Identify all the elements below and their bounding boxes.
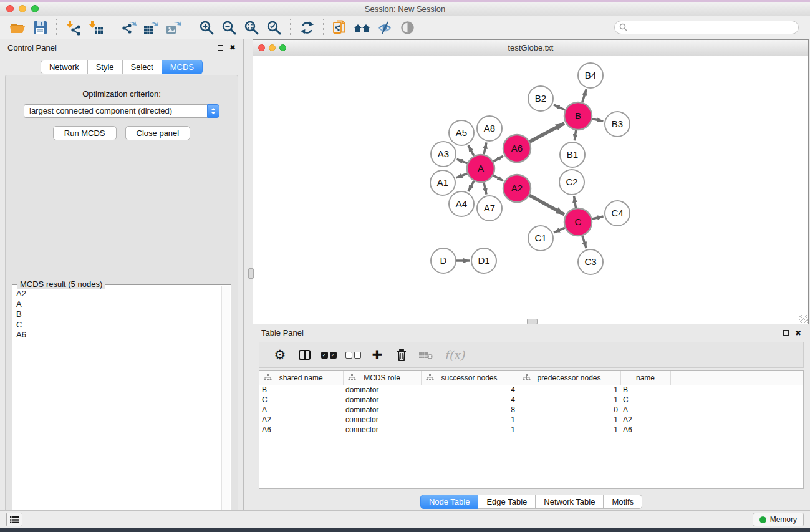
- tab-motifs[interactable]: Motifs: [604, 495, 642, 509]
- column-header-predecessor-nodes[interactable]: predecessor nodes: [518, 371, 620, 385]
- graph-node-label-D: D: [440, 255, 447, 266]
- mcds-result-item[interactable]: A: [16, 299, 218, 310]
- graph-node-label-C: C: [575, 216, 582, 227]
- table-row[interactable]: Adominator 80 A: [259, 405, 803, 415]
- show-eye-button[interactable]: [397, 18, 417, 37]
- graph-edge-A-A8[interactable]: [484, 142, 486, 154]
- tab-network-table[interactable]: Network Table: [536, 495, 604, 509]
- column-header-name[interactable]: name: [620, 371, 670, 385]
- delete-table-button[interactable]: [417, 346, 435, 364]
- import-network-button[interactable]: [63, 18, 83, 37]
- graph-edge-B-B2[interactable]: [554, 105, 565, 110]
- graph-edge-A-A4[interactable]: [468, 181, 474, 191]
- hide-panels-button[interactable]: [375, 18, 395, 37]
- tab-mcds[interactable]: MCDS: [162, 60, 203, 74]
- unchecked-checkboxes-icon: [345, 352, 361, 359]
- tab-select[interactable]: Select: [123, 60, 162, 74]
- table-row[interactable]: A2connector 11 A2: [259, 415, 803, 425]
- graph-edge-B-B3[interactable]: [592, 119, 604, 122]
- split-table-button[interactable]: [295, 346, 314, 364]
- global-search-field[interactable]: [614, 21, 799, 34]
- graph-edge-A-A7[interactable]: [484, 182, 486, 194]
- zoom-selected-button[interactable]: [264, 18, 284, 37]
- mcds-result-item[interactable]: A2: [16, 289, 218, 299]
- mcds-result-item[interactable]: A6: [16, 330, 218, 341]
- graph-edge-A-A5[interactable]: [468, 145, 474, 156]
- export-image-icon: [165, 19, 182, 36]
- save-session-button[interactable]: [30, 18, 50, 37]
- graph-edge-B-B1[interactable]: [574, 130, 576, 140]
- table-row[interactable]: A6connector 11 A6: [259, 425, 803, 435]
- clone-network-button[interactable]: [330, 18, 350, 37]
- eye-icon: [399, 19, 416, 36]
- column-header-mcds-role[interactable]: MCDS role: [343, 371, 421, 385]
- graph-edge-A-A6[interactable]: [493, 156, 503, 162]
- add-column-button[interactable]: ✚: [368, 346, 387, 364]
- export-network-button[interactable]: [118, 18, 138, 37]
- graph-edge-C-C4[interactable]: [592, 216, 603, 219]
- table-row[interactable]: Cdominator 41 C: [259, 395, 803, 405]
- close-table-panel-icon[interactable]: ✖: [795, 329, 801, 337]
- tab-style[interactable]: Style: [88, 60, 123, 74]
- function-builder-button[interactable]: f(x): [441, 346, 468, 364]
- graph-edge-A-A2[interactable]: [493, 175, 503, 181]
- refresh-view-button[interactable]: [297, 18, 317, 37]
- optimization-criterion-dropdown[interactable]: largest connected component (directed): [24, 104, 219, 118]
- graph-edge-C-C1[interactable]: [554, 228, 565, 233]
- graph-edge-C-C2[interactable]: [574, 196, 576, 208]
- app-title: Session: New Session: [0, 4, 810, 14]
- open-session-button[interactable]: [7, 18, 27, 37]
- tab-edge-table[interactable]: Edge Table: [478, 495, 536, 509]
- graph-edge-A2-C[interactable]: [529, 195, 564, 215]
- close-panel-icon[interactable]: ✖: [229, 44, 236, 51]
- column-header-shared-name[interactable]: shared name: [259, 371, 343, 385]
- tab-network[interactable]: Network: [41, 60, 88, 74]
- table-panel-tabs: Node Table Edge Table Network Table Moti…: [253, 495, 810, 509]
- graph-edge-A6-B[interactable]: [529, 123, 564, 142]
- column-header-successor-nodes[interactable]: successor nodes: [421, 371, 518, 385]
- graph-edge-B-B4[interactable]: [582, 89, 586, 102]
- close-panel-button[interactable]: Close panel: [125, 126, 191, 140]
- mcds-result-list[interactable]: A2 A B C A6: [13, 288, 221, 532]
- task-history-button[interactable]: [6, 513, 22, 526]
- export-table-icon: [143, 19, 160, 36]
- table-row[interactable]: Bdominator 41 B: [259, 385, 803, 395]
- network-graph-svg[interactable]: B4B2BB3A8A5A6B1A3AC2A1A2A4A7C4CC1C3DD1: [253, 56, 808, 324]
- graph-node-label-A2: A2: [511, 183, 523, 193]
- splitter-handle-horizontal[interactable]: [527, 319, 538, 324]
- desktop-background-strip-bottom: [0, 528, 810, 532]
- zoom-out-button[interactable]: [219, 18, 239, 37]
- tab-node-table[interactable]: Node Table: [420, 495, 479, 509]
- splitter-handle-vertical[interactable]: [248, 268, 254, 279]
- birds-eye-view-button[interactable]: [352, 18, 372, 37]
- mcds-result-item[interactable]: B: [16, 309, 218, 320]
- graph-edge-A-A1[interactable]: [456, 173, 468, 178]
- float-table-panel-icon[interactable]: [783, 330, 789, 336]
- gear-icon: ⚙: [274, 349, 286, 362]
- network-window-titlebar: testGlobe.txt: [253, 40, 808, 56]
- graph-node-label-A: A: [478, 163, 484, 173]
- graph-edge-A-A3[interactable]: [456, 159, 467, 163]
- import-table-button[interactable]: [85, 18, 105, 37]
- zoom-in-button[interactable]: [196, 18, 216, 37]
- run-mcds-button[interactable]: Run MCDS: [53, 126, 117, 140]
- result-list-scrollbar[interactable]: [221, 286, 230, 532]
- float-panel-icon[interactable]: [218, 45, 223, 51]
- graph-node-label-C1: C1: [534, 233, 546, 243]
- control-panel: Control Panel ✖ Network Style Select MCD…: [0, 39, 244, 510]
- select-all-columns-button[interactable]: ✓✓: [319, 346, 338, 364]
- graph-edge-C-C3[interactable]: [582, 236, 586, 248]
- export-image-button[interactable]: [163, 18, 183, 37]
- mcds-result-item[interactable]: C: [16, 320, 218, 331]
- window-resize-grip[interactable]: [799, 315, 808, 323]
- search-input[interactable]: [629, 22, 798, 33]
- export-table-button[interactable]: [141, 18, 161, 37]
- network-window-title: testGlobe.txt: [253, 43, 808, 52]
- table-settings-button[interactable]: ⚙: [271, 346, 289, 364]
- memory-button[interactable]: Memory: [753, 513, 804, 526]
- zoom-fit-button[interactable]: [241, 18, 261, 37]
- network-canvas[interactable]: B4B2BB3A8A5A6B1A3AC2A1A2A4A7C4CC1C3DD1: [253, 56, 808, 324]
- deselect-all-columns-button[interactable]: [344, 346, 362, 364]
- delete-column-button[interactable]: [392, 346, 411, 364]
- dropdown-stepper-icon[interactable]: [207, 104, 219, 118]
